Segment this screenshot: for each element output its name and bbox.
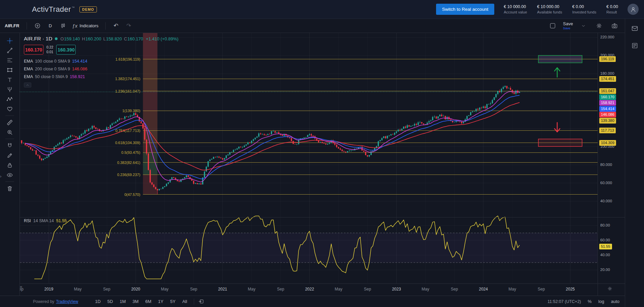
news-icon[interactable] [631,42,638,50]
stat-account-value: € 10 000.00 Account value [504,4,527,14]
buy-price-button[interactable]: 160.390 [56,45,76,55]
save-chevron-down-icon[interactable] [578,21,588,31]
pitchfork-tool-icon[interactable] [3,84,16,94]
price-badge-fib: 196.119 [599,56,616,62]
time-axis-label: Sep [103,287,110,292]
sidebar-collapse-handle[interactable]: › [0,174,1,179]
heart-tool-icon[interactable] [3,104,16,114]
add-instrument-icon[interactable] [32,21,42,31]
price-badge-last: 160.170 [599,94,616,100]
switch-to-real-button[interactable]: Switch to Real account [436,4,494,15]
indicator-row-ema100[interactable]: EMA100 close 0 SMA 9154.414 [24,57,178,65]
rectangle-tool-icon[interactable] [3,65,16,75]
trash-tool-icon[interactable] [3,183,16,193]
price-tick-label: 220.000 [600,35,614,39]
save-button[interactable]: Save Save [563,22,573,30]
rsi-tick-label: 60.00 [600,238,610,242]
redo-icon[interactable]: ↷ [124,21,134,31]
time-axis-label: 2022 [305,287,314,292]
gear-icon[interactable] [594,21,604,31]
indicator-legend: EMA100 close 0 SMA 9154.414 EMA200 close… [24,57,178,80]
magnet-tool-icon[interactable] [3,141,16,150]
pane-separator[interactable] [20,217,625,217]
auto-scale-button[interactable]: auto [611,299,619,304]
powered-by-label: Powered by [33,299,54,304]
time-axis-label: 2019 [44,287,53,292]
range-button-5d[interactable]: 5D [105,298,116,305]
time-axis-label: May [422,287,429,292]
time-axis-label: Sep [451,287,458,292]
indicator-row-ema200[interactable]: EMA200 close 0 SMA 9146.086 [24,65,178,73]
pencil-tool-icon[interactable] [3,150,16,160]
symbol-label[interactable]: AIR.FR [5,23,19,28]
sell-price-button[interactable]: 160.170 [24,45,43,55]
ohlc-readout: O159.140 H160.200 L158.820 C160.170 [60,36,143,41]
range-button-1y[interactable]: 1Y [155,298,166,305]
tool-divider [5,181,14,182]
time-axis[interactable]: Sep2019MaySep2020MaySep2021MaySep2022May… [20,283,598,296]
crosshair-tool-icon[interactable] [3,36,16,45]
price-badge-fib: 104.309 [599,140,616,146]
axis-gear-icon[interactable] [607,286,612,293]
collapse-indicators-button[interactable] [24,82,31,88]
pattern-tool-icon[interactable] [3,94,16,104]
undo-icon[interactable]: ↶ [111,21,121,31]
rsi-tick-label: 40.00 [600,253,610,257]
range-button-5y[interactable]: 5Y [168,298,178,305]
rsi-legend[interactable]: RSI 14 SMA 14 51.55 [24,218,67,223]
rsi-value-badge: 51.55 [599,244,612,249]
time-axis-label: Sep [538,287,545,292]
drawing-tools-sidebar [0,33,20,296]
price-badge-ema50: 158.921 [599,100,616,106]
account-stats: € 10 000.00 Account value € 10 000.00 Av… [504,4,618,14]
percent-scale-button[interactable]: % [588,299,592,304]
range-button-1m[interactable]: 1M [117,298,129,305]
range-button-3m[interactable]: 3M [130,298,141,305]
right-utility-strip [625,19,644,307]
rsi-tick-label: 20.00 [600,268,610,272]
svg-text:0.5(93.475): 0.5(93.475) [121,150,140,155]
range-switcher: 1D5D1M3M6M1Y5YAll [92,298,190,305]
ruler-tool-icon[interactable] [3,117,16,127]
tradingview-link[interactable]: TradingView [56,299,78,304]
spread-readout: 0.22 0.01 [46,45,53,54]
indicators-button[interactable]: ƒx Indicators [71,21,100,31]
log-scale-button[interactable]: log [598,299,604,304]
trend-line-tool-icon[interactable] [3,45,16,55]
time-axis-label: Sep [277,287,284,292]
time-axis-label: Sep [364,287,371,292]
eye-tool-icon[interactable] [3,170,16,180]
svg-text:1(139.380): 1(139.380) [122,109,140,113]
text-tool-icon[interactable] [3,75,16,84]
price-badge-ema200: 146.086 [599,112,616,117]
divider [27,22,27,30]
symbol-title[interactable]: AIR.FR · 1D [24,36,52,42]
timeframe-button[interactable]: D [45,21,55,31]
time-axis-label: 2021 [218,287,227,292]
fib-lines-tool-icon[interactable] [3,55,16,65]
svg-text:0.618(104.309): 0.618(104.309) [115,141,140,145]
range-button-all[interactable]: All [180,298,190,305]
svg-text:0.382(82.641): 0.382(82.641) [117,161,140,165]
fx-indicators-icon: ƒx [72,23,77,29]
zoom-tool-icon[interactable] [3,127,16,137]
indicator-row-ema50[interactable]: EMA50 close 0 SMA 9158.921 [24,73,178,80]
mail-icon[interactable] [631,25,638,33]
lock-tool-icon[interactable] [3,160,16,170]
range-button-1d[interactable]: 1D [92,298,103,305]
brand-name: ActivTrader [32,5,71,14]
divider [105,22,106,30]
price-tick-label: 80.000 [600,163,612,167]
scroll-left-handle[interactable]: « [20,284,22,289]
user-avatar-icon[interactable] [628,4,639,15]
go-to-date-icon[interactable] [198,299,204,304]
range-button-6m[interactable]: 6M [143,298,154,305]
stat-invested-funds: € 0.00 Invested funds [572,4,597,14]
chart-toolbar: AIR.FR D ƒx Indicators ↶ ↷ Save Save [0,19,625,33]
layout-icon[interactable] [547,21,558,31]
stat-result: € 0.00 Result [606,4,618,14]
camera-icon[interactable] [609,21,619,31]
price-axis[interactable]: 220.000200.000180.000100.00080.00060.000… [598,33,625,296]
tool-divider [5,139,14,139]
candle-style-icon[interactable] [58,21,68,31]
